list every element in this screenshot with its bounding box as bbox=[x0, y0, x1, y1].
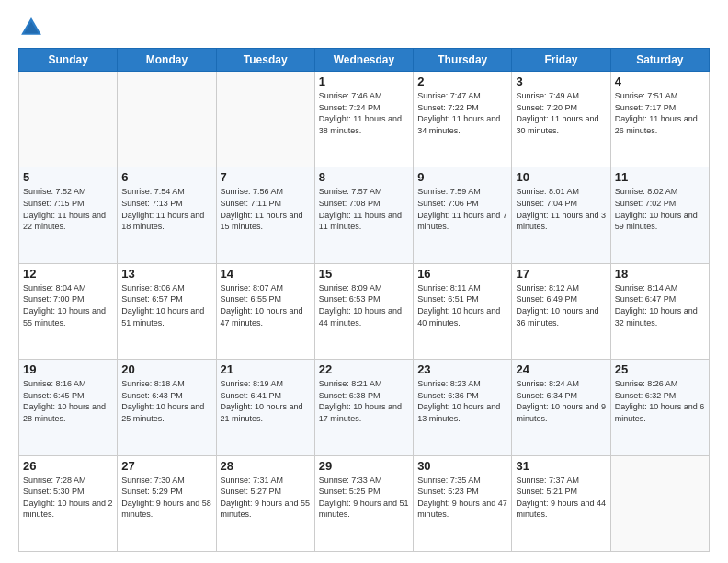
calendar-cell: 1Sunrise: 7:46 AMSunset: 7:24 PMDaylight… bbox=[314, 72, 413, 167]
day-info: Sunrise: 7:30 AMSunset: 5:29 PMDaylight:… bbox=[121, 475, 211, 521]
weekday-header-saturday: Saturday bbox=[610, 49, 709, 72]
day-info: Sunrise: 8:23 AMSunset: 6:36 PMDaylight:… bbox=[417, 378, 507, 424]
day-number: 17 bbox=[516, 267, 606, 281]
day-number: 16 bbox=[417, 267, 507, 281]
day-info: Sunrise: 8:09 AMSunset: 6:53 PMDaylight:… bbox=[319, 282, 409, 328]
calendar-cell: 10Sunrise: 8:01 AMSunset: 7:04 PMDayligh… bbox=[512, 167, 610, 263]
day-info: Sunrise: 7:37 AMSunset: 5:21 PMDaylight:… bbox=[516, 475, 606, 521]
day-number: 25 bbox=[615, 362, 705, 376]
day-info: Sunrise: 8:11 AMSunset: 6:51 PMDaylight:… bbox=[417, 282, 507, 328]
day-info: Sunrise: 8:02 AMSunset: 7:02 PMDaylight:… bbox=[615, 186, 705, 232]
day-number: 18 bbox=[615, 267, 705, 281]
day-number: 22 bbox=[319, 362, 409, 376]
day-number: 19 bbox=[23, 362, 113, 376]
day-info: Sunrise: 8:04 AMSunset: 7:00 PMDaylight:… bbox=[23, 282, 113, 328]
calendar-cell: 8Sunrise: 7:57 AMSunset: 7:08 PMDaylight… bbox=[314, 167, 413, 263]
calendar-cell: 30Sunrise: 7:35 AMSunset: 5:23 PMDayligh… bbox=[414, 455, 512, 551]
calendar-cell: 27Sunrise: 7:30 AMSunset: 5:29 PMDayligh… bbox=[118, 455, 216, 551]
calendar-cell: 7Sunrise: 7:56 AMSunset: 7:11 PMDaylight… bbox=[216, 167, 314, 263]
day-info: Sunrise: 7:28 AMSunset: 5:30 PMDaylight:… bbox=[23, 475, 113, 521]
day-info: Sunrise: 7:35 AMSunset: 5:23 PMDaylight:… bbox=[417, 475, 507, 521]
day-number: 6 bbox=[121, 170, 211, 184]
calendar-cell bbox=[118, 72, 216, 167]
calendar-cell: 4Sunrise: 7:51 AMSunset: 7:17 PMDaylight… bbox=[610, 72, 709, 167]
calendar-week-2: 5Sunrise: 7:52 AMSunset: 7:15 PMDaylight… bbox=[19, 167, 710, 263]
day-number: 21 bbox=[221, 362, 311, 376]
day-number: 28 bbox=[221, 459, 311, 473]
calendar-cell: 18Sunrise: 8:14 AMSunset: 6:47 PMDayligh… bbox=[610, 263, 709, 359]
calendar-cell bbox=[610, 455, 709, 551]
calendar-week-4: 19Sunrise: 8:16 AMSunset: 6:45 PMDayligh… bbox=[19, 360, 710, 455]
day-number: 23 bbox=[417, 362, 507, 376]
calendar-cell: 21Sunrise: 8:19 AMSunset: 6:41 PMDayligh… bbox=[216, 360, 314, 455]
day-number: 12 bbox=[23, 267, 113, 281]
calendar-cell: 24Sunrise: 8:24 AMSunset: 6:34 PMDayligh… bbox=[512, 360, 610, 455]
day-info: Sunrise: 8:18 AMSunset: 6:43 PMDaylight:… bbox=[121, 378, 211, 424]
calendar-cell: 17Sunrise: 8:12 AMSunset: 6:49 PMDayligh… bbox=[512, 263, 610, 359]
day-number: 5 bbox=[23, 170, 113, 184]
calendar-cell: 6Sunrise: 7:54 AMSunset: 7:13 PMDaylight… bbox=[118, 167, 216, 263]
calendar-table: SundayMondayTuesdayWednesdayThursdayFrid… bbox=[18, 48, 710, 552]
weekday-header-sunday: Sunday bbox=[19, 49, 118, 72]
day-number: 15 bbox=[319, 267, 409, 281]
day-number: 4 bbox=[615, 75, 705, 88]
weekday-header-friday: Friday bbox=[512, 49, 610, 72]
calendar-cell: 23Sunrise: 8:23 AMSunset: 6:36 PMDayligh… bbox=[414, 360, 512, 455]
calendar-cell bbox=[19, 72, 118, 167]
day-info: Sunrise: 8:24 AMSunset: 6:34 PMDaylight:… bbox=[516, 378, 606, 424]
day-number: 14 bbox=[221, 267, 311, 281]
day-number: 1 bbox=[319, 75, 409, 88]
day-number: 9 bbox=[417, 170, 507, 184]
page: SundayMondayTuesdayWednesdayThursdayFrid… bbox=[0, 0, 728, 563]
calendar-cell: 31Sunrise: 7:37 AMSunset: 5:21 PMDayligh… bbox=[512, 455, 610, 551]
day-number: 26 bbox=[23, 459, 113, 473]
calendar-week-3: 12Sunrise: 8:04 AMSunset: 7:00 PMDayligh… bbox=[19, 263, 710, 359]
calendar-cell: 12Sunrise: 8:04 AMSunset: 7:00 PMDayligh… bbox=[19, 263, 118, 359]
calendar-cell: 20Sunrise: 8:18 AMSunset: 6:43 PMDayligh… bbox=[118, 360, 216, 455]
weekday-header-thursday: Thursday bbox=[414, 49, 512, 72]
calendar-cell: 16Sunrise: 8:11 AMSunset: 6:51 PMDayligh… bbox=[414, 263, 512, 359]
calendar-cell: 29Sunrise: 7:33 AMSunset: 5:25 PMDayligh… bbox=[314, 455, 413, 551]
day-number: 30 bbox=[417, 459, 507, 473]
calendar-week-1: 1Sunrise: 7:46 AMSunset: 7:24 PMDaylight… bbox=[19, 72, 710, 167]
day-info: Sunrise: 8:16 AMSunset: 6:45 PMDaylight:… bbox=[23, 378, 113, 424]
day-number: 24 bbox=[516, 362, 606, 376]
calendar-cell: 3Sunrise: 7:49 AMSunset: 7:20 PMDaylight… bbox=[512, 72, 610, 167]
weekday-header-monday: Monday bbox=[118, 49, 216, 72]
day-info: Sunrise: 8:19 AMSunset: 6:41 PMDaylight:… bbox=[221, 378, 311, 424]
day-info: Sunrise: 7:56 AMSunset: 7:11 PMDaylight:… bbox=[221, 186, 311, 232]
day-info: Sunrise: 7:54 AMSunset: 7:13 PMDaylight:… bbox=[121, 186, 211, 232]
day-info: Sunrise: 8:07 AMSunset: 6:55 PMDaylight:… bbox=[221, 282, 311, 328]
day-info: Sunrise: 8:14 AMSunset: 6:47 PMDaylight:… bbox=[615, 282, 705, 328]
logo bbox=[18, 15, 48, 40]
day-info: Sunrise: 7:52 AMSunset: 7:15 PMDaylight:… bbox=[23, 186, 113, 232]
day-info: Sunrise: 8:26 AMSunset: 6:32 PMDaylight:… bbox=[615, 378, 705, 424]
day-number: 7 bbox=[221, 170, 311, 184]
calendar-cell: 2Sunrise: 7:47 AMSunset: 7:22 PMDaylight… bbox=[414, 72, 512, 167]
day-number: 8 bbox=[319, 170, 409, 184]
day-number: 10 bbox=[516, 170, 606, 184]
calendar-cell: 14Sunrise: 8:07 AMSunset: 6:55 PMDayligh… bbox=[216, 263, 314, 359]
weekday-header-tuesday: Tuesday bbox=[216, 49, 314, 72]
calendar-cell: 25Sunrise: 8:26 AMSunset: 6:32 PMDayligh… bbox=[610, 360, 709, 455]
day-number: 13 bbox=[121, 267, 211, 281]
day-info: Sunrise: 8:21 AMSunset: 6:38 PMDaylight:… bbox=[319, 378, 409, 424]
calendar-cell: 28Sunrise: 7:31 AMSunset: 5:27 PMDayligh… bbox=[216, 455, 314, 551]
day-number: 11 bbox=[615, 170, 705, 184]
day-info: Sunrise: 7:49 AMSunset: 7:20 PMDaylight:… bbox=[516, 90, 606, 136]
calendar-cell: 11Sunrise: 8:02 AMSunset: 7:02 PMDayligh… bbox=[610, 167, 709, 263]
calendar-cell: 22Sunrise: 8:21 AMSunset: 6:38 PMDayligh… bbox=[314, 360, 413, 455]
day-info: Sunrise: 8:12 AMSunset: 6:49 PMDaylight:… bbox=[516, 282, 606, 328]
day-number: 3 bbox=[516, 75, 606, 88]
calendar-cell: 13Sunrise: 8:06 AMSunset: 6:57 PMDayligh… bbox=[118, 263, 216, 359]
day-info: Sunrise: 8:01 AMSunset: 7:04 PMDaylight:… bbox=[516, 186, 606, 232]
day-number: 20 bbox=[121, 362, 211, 376]
day-info: Sunrise: 7:59 AMSunset: 7:06 PMDaylight:… bbox=[417, 186, 507, 232]
day-info: Sunrise: 7:51 AMSunset: 7:17 PMDaylight:… bbox=[615, 90, 705, 136]
day-number: 27 bbox=[121, 459, 211, 473]
calendar-cell: 19Sunrise: 8:16 AMSunset: 6:45 PMDayligh… bbox=[19, 360, 118, 455]
calendar-cell: 15Sunrise: 8:09 AMSunset: 6:53 PMDayligh… bbox=[314, 263, 413, 359]
day-info: Sunrise: 7:57 AMSunset: 7:08 PMDaylight:… bbox=[319, 186, 409, 232]
day-info: Sunrise: 7:33 AMSunset: 5:25 PMDaylight:… bbox=[319, 475, 409, 521]
calendar-week-5: 26Sunrise: 7:28 AMSunset: 5:30 PMDayligh… bbox=[19, 455, 710, 551]
